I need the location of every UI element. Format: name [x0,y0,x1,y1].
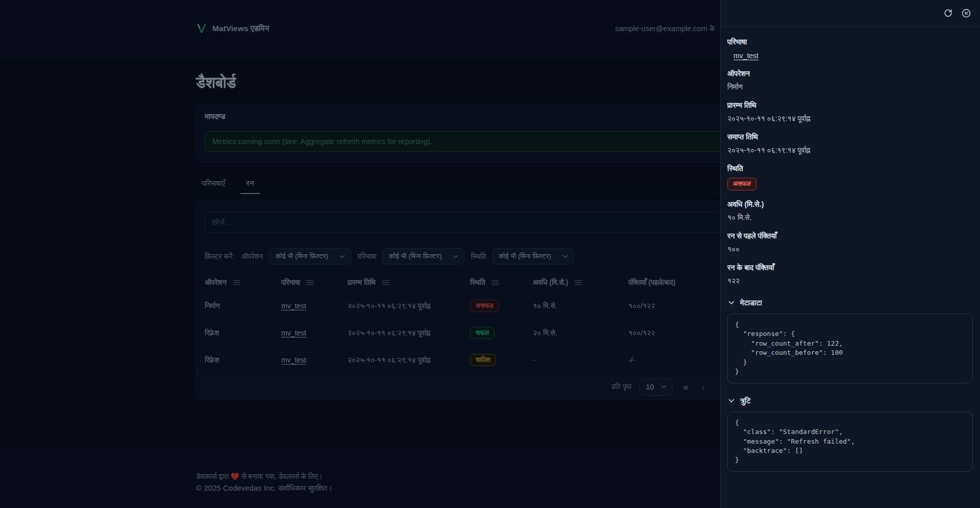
pagination: प्रति पृष्ठ 10 « ‹ [197,373,783,400]
filter-select-value: कोई भी (बिना फ़िल्टर) [276,252,328,260]
table-row[interactable]: निर्माणmv_test२०२५-१०-११ ०६:२९:१४ पूर्वा… [197,292,783,319]
table-body: निर्माणmv_test२०२५-१०-११ ०६:२९:१४ पूर्वा… [197,292,783,373]
prev-page-button[interactable]: ‹ [699,380,708,394]
heart-icon: ❤️ [231,472,239,480]
definition-link[interactable]: mv_test [281,329,306,337]
field-label: अवधि (मि.से.) [727,200,973,209]
field-value: १२२ [727,277,973,285]
close-drawer-button[interactable] [961,8,971,18]
metrics-card: मापदण्ड Metrics coming soon (see: Aggreg… [196,104,784,162]
tab-runs[interactable]: रन [240,174,260,194]
error-section-title: त्रुटि [740,397,750,405]
status-badge: असफल [470,300,499,312]
cell-start-date: २०२५-१०-११ ०६:२९:१४ पूर्वाह्न [348,356,430,364]
drawer-fields: परिभाषाmv_testऑपरेशननिर्माणप्रारम्भ तिथि… [727,38,973,285]
column-header-label: पंक्तियाँ (पहले/बाद) [628,278,675,287]
filter-select-2[interactable]: कोई भी (बिना फ़िल्टर) [492,248,574,264]
chevron-down-icon [728,399,734,403]
main-content: डैशबोर्ड मापदण्ड Metrics coming soon (se… [196,58,784,400]
drawer-header [721,0,980,27]
column-menu-icon[interactable] [382,280,389,285]
column-header: ऑपरेशन [205,278,281,287]
field-label: समाप्त तिथि [727,133,973,141]
field-label: स्थिति [727,164,973,173]
error-json: { "class": "StandardError", "message": "… [727,412,973,472]
cell-operation: रिफ्रेश [205,356,219,364]
field-label: परिभाषा [727,38,973,46]
metadata-section-toggle[interactable]: मेटाडाटा [728,299,973,307]
runs-table-card: फ़िल्टर करें: ऑपरेशनकोई भी (बिना फ़िल्टर… [196,201,784,400]
field-value: असफल [727,178,973,190]
refresh-icon [943,8,953,18]
metadata-section-title: मेटाडाटा [740,299,762,307]
column-header-label: ऑपरेशन [205,278,227,287]
footer-copyright: © 2025 Codevedas Inc. सर्वाधिकार सुरक्षि… [196,483,784,493]
filter-select-1[interactable]: कोई भी (बिना फ़िल्टर) [382,248,464,264]
brand[interactable]: MatViews एडमिन [196,23,269,34]
cell-rows: १००/१२२ [628,302,655,310]
cell-start-date: २०२५-१०-११ ०६:२९:१४ पूर्वाह्न [348,302,430,310]
column-header: प्रारम्भ तिथि [348,278,470,287]
error-section-toggle[interactable]: त्रुटि [728,397,973,405]
v-logo-icon [196,23,207,34]
filter-select-0[interactable]: कोई भी (बिना फ़िल्टर) [269,248,351,264]
page-title: डैशबोर्ड [196,74,784,92]
field-label: प्रारम्भ तिथि [727,101,973,110]
cell-operation: निर्माण [205,302,220,310]
cell-duration: - [533,356,535,364]
cell-duration: १० मि.से. [533,302,557,310]
column-header: स्थिति [470,278,533,287]
column-header-label: अवधि (मि.से.) [533,278,568,287]
column-menu-icon[interactable] [492,280,499,285]
field-value: निर्माण [727,83,973,91]
footer-made-with-love: डेवलपर्स द्वारा ❤️ से बनाया गया, डेवलपर्… [196,472,784,481]
filter-label: ऑपरेशन [241,252,263,261]
field-value: १०० [727,245,973,254]
chevron-down-icon [728,301,734,305]
cell-rows: -/- [628,356,635,364]
first-page-button[interactable]: « [680,380,692,394]
column-header: अवधि (मि.से.) [533,278,628,287]
table-head: ऑपरेशनपरिभाषाप्रारम्भ तिथिस्थितिअवधि (मि… [197,273,783,292]
field-value: २०२५-१०-११ ०६:१९:१४ पूर्वाह्न [727,146,973,155]
table-row[interactable]: रिफ्रेशmv_test२०२५-१०-११ ०६:२९:१४ पूर्वा… [197,346,783,373]
per-page-value: 10 [646,383,654,391]
column-menu-icon[interactable] [233,280,240,285]
run-details-drawer: परिभाषाmv_testऑपरेशननिर्माणप्रारम्भ तिथि… [720,0,980,508]
field-label: ऑपरेशन [727,69,973,78]
field-value: १० मि.से. [727,213,973,222]
cell-start-date: २०२५-१०-११ ०६:२९:१४ पूर्वाह्न [348,329,430,337]
column-menu-icon[interactable] [574,280,582,285]
field-label: रन से पहले पंक्तियाँ [727,232,973,240]
status-badge: असफल [727,178,756,190]
search-input[interactable] [205,211,775,233]
definition-link[interactable]: mv_test [733,52,758,60]
chevron-down-icon [661,385,667,389]
tabs: परिभाषाएँरन [196,174,784,194]
column-header-label: परिभाषा [281,278,300,287]
filter-lead-label: फ़िल्टर करें: [205,252,234,261]
column-menu-icon[interactable] [306,280,314,285]
filter-label: स्थिति [471,252,486,261]
table-row[interactable]: रिफ्रेशmv_test२०२५-१०-११ ०६:२९:१४ पूर्वा… [197,319,783,346]
chevron-down-icon [562,255,568,258]
column-header: परिभाषा [281,278,348,287]
column-header-label: स्थिति [470,278,485,287]
cell-operation: रिफ्रेश [205,329,219,337]
metadata-json: { "response": { "row_count_after": 122, … [727,313,973,383]
definition-link[interactable]: mv_test [281,356,306,364]
refresh-button[interactable] [943,8,953,18]
chevron-down-icon [339,255,345,258]
status-badge: चालित [470,354,496,367]
definition-link[interactable]: mv_test [281,302,306,310]
close-circle-icon [961,8,971,18]
metrics-coming-soon-alert: Metrics coming soon (see: Aggregate refr… [205,131,775,152]
filter-label: परिभाषा [357,252,376,261]
tab-definitions[interactable]: परिभाषाएँ [196,174,231,194]
filter-select-value: कोई भी (बिना फ़िल्टर) [499,252,551,260]
filter-select-value: कोई भी (बिना फ़िल्टर) [389,252,442,260]
per-page-select[interactable]: 10 [639,378,673,396]
filter-row: फ़िल्टर करें: ऑपरेशनकोई भी (बिना फ़िल्टर… [205,248,775,264]
user-email-text: sample-user@example.com के [615,25,715,33]
per-page-label: प्रति पृष्ठ [611,382,631,391]
